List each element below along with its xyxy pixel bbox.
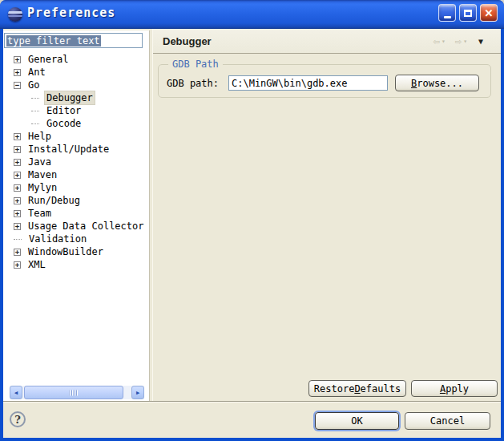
tree-item-maven[interactable]: +Maven [3,168,149,181]
tree-item-label: Gocode [45,117,83,130]
scroll-left-button[interactable]: ◀ [10,386,22,399]
tree-item-label: Maven [26,168,58,181]
expand-icon[interactable]: + [14,261,21,269]
close-icon: ✕ [485,8,494,18]
apply-label-post: pply [446,383,469,394]
gdb-path-input[interactable]: C:\MinGW\bin\gdb.exe [228,75,388,91]
preferences-tree: +General+Ant−GoDebuggerEditorGocode+Help… [3,53,149,271]
tree-item-windowbuilder[interactable]: +WindowBuilder [3,245,149,258]
gdb-path-group: GDB Path GDB path: C:\MinGW\bin\gdb.exe … [158,64,491,98]
help-icon: ? [14,414,21,426]
window-title: Preferences [27,6,115,20]
preference-page: Debugger ⇦ ▾ ⇨ ▾ ▼ GDB Path GDB path: C:… [152,29,501,401]
expand-icon[interactable]: + [14,146,21,153]
minimize-icon [444,16,451,18]
page-navigation: ⇦ ▾ ⇨ ▾ ▼ [433,35,483,47]
tree-item-label: Java [26,156,53,168]
expand-icon[interactable]: + [14,69,21,76]
browse-label-post: rowse... [417,78,463,89]
tree-item-label: Mylyn [26,181,58,194]
forward-icon[interactable]: ⇨ [455,35,462,47]
tree-item-team[interactable]: +Team [3,207,149,220]
help-button[interactable]: ? [10,411,26,427]
expand-icon[interactable]: + [14,184,21,192]
scroll-left-icon: ◀ [14,390,18,396]
tree-item-mylyn[interactable]: +Mylyn [3,181,149,194]
window-controls: ✕ [438,4,498,22]
tree-item-label: XML [26,258,47,271]
page-header: Debugger ⇦ ▾ ⇨ ▾ ▼ [153,29,501,54]
group-title: GDB Path [168,59,223,70]
restore-label-mnemonic: D [354,383,360,394]
eclipse-logo-icon [8,7,22,22]
tree-item-validation[interactable]: Validation [3,233,149,245]
expand-icon[interactable]: + [14,172,21,179]
tree-connector [31,123,39,124]
preferences-dialog: Preferences ✕ type filter text +General+… [0,0,504,441]
maximize-button[interactable] [459,4,477,22]
minimize-button[interactable] [438,4,456,22]
tree-item-go[interactable]: −Go [3,79,149,91]
tree-item-label: Debugger [45,91,95,104]
maximize-icon [464,10,472,17]
tree-item-label: Install/Update [26,143,111,156]
collapse-icon[interactable]: − [14,82,21,89]
ok-button[interactable]: OK [315,412,399,430]
tree-item-label: Usage Data Collector [26,220,146,233]
tree-item-gocode[interactable]: Gocode [3,117,149,130]
tree-connector [14,239,22,240]
tree-item-ant[interactable]: +Ant [3,66,149,79]
gdb-path-label: GDB path: [167,78,219,89]
view-menu-icon[interactable]: ▼ [478,37,483,46]
expand-icon[interactable]: + [14,56,21,63]
back-menu-caret-icon[interactable]: ▾ [442,38,446,45]
apply-button[interactable]: Apply [411,380,498,397]
close-button[interactable]: ✕ [480,4,498,22]
tree-item-label: Run/Debug [26,194,82,207]
tree-item-help[interactable]: +Help [3,130,149,143]
browse-button[interactable]: Browse... [395,75,479,91]
gdb-path-value: C:\MinGW\bin\gdb.exe [232,78,348,89]
tree-item-label: Editor [45,104,83,117]
browse-label-mnemonic: B [411,78,417,89]
titlebar[interactable]: Preferences ✕ [0,0,504,29]
tree-item-editor[interactable]: Editor [3,104,149,117]
apply-label-mnemonic: A [440,383,446,394]
tree-item-usage-data-collector[interactable]: +Usage Data Collector [3,220,149,233]
forward-menu-caret-icon[interactable]: ▾ [463,38,467,45]
preferences-tree-panel: type filter text +General+Ant−GoDebugger… [3,30,150,401]
expand-icon[interactable]: + [14,249,21,256]
expand-icon[interactable]: + [14,223,21,230]
tree-item-label: WindowBuilder [26,245,105,258]
scrollbar-grip-icon [70,390,79,395]
tree-item-install-update[interactable]: +Install/Update [3,143,149,156]
restore-defaults-button[interactable]: Restore Defaults [308,380,406,397]
tree-item-general[interactable]: +General [3,53,149,66]
expand-icon[interactable]: + [14,197,21,204]
tree-item-label: Validation [27,233,88,245]
cancel-button[interactable]: Cancel [405,412,490,430]
expand-icon[interactable]: + [14,133,21,140]
tree-item-label: Go [26,79,41,91]
tree-item-xml[interactable]: +XML [3,258,149,271]
expand-icon[interactable]: + [14,159,21,166]
tree-item-label: Team [26,207,53,220]
tree-connector [31,98,39,99]
tree-item-label: Ant [26,66,47,79]
restore-label-pre: Restore [314,383,355,394]
button-bar: ? OK Cancel [3,403,501,438]
restore-label-post: efaults [361,383,401,394]
tree-item-java[interactable]: +Java [3,156,149,168]
tree-item-debugger[interactable]: Debugger [3,91,149,104]
horizontal-scrollbar[interactable]: ◀ ▶ [10,386,144,399]
scroll-right-button[interactable]: ▶ [131,386,144,399]
tree-item-run-debug[interactable]: +Run/Debug [3,194,149,207]
tree-item-label: General [26,53,71,66]
expand-icon[interactable]: + [14,210,21,217]
tree-connector [31,111,39,111]
page-title: Debugger [163,35,212,47]
scroll-right-icon: ▶ [136,390,139,396]
filter-input[interactable]: type filter text [4,33,143,48]
scrollbar-thumb[interactable] [24,386,123,399]
back-icon[interactable]: ⇦ [433,35,439,47]
